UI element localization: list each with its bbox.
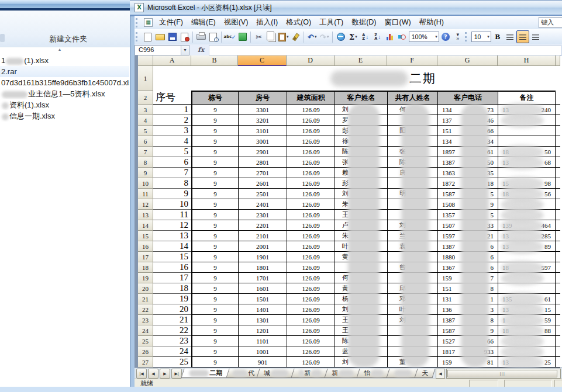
cell-G4[interactable]: 13746 — [437, 115, 498, 126]
cell-F27[interactable]: 董 — [387, 357, 437, 367]
permission-icon[interactable] — [179, 31, 191, 43]
cell-H14[interactable]: 139464 — [498, 220, 556, 231]
cell-A27[interactable]: 25 — [153, 357, 191, 367]
tab-nav-last[interactable]: ▶| — [171, 369, 182, 379]
cell-H26[interactable] — [498, 346, 556, 357]
cell-D7[interactable]: 126.09 — [287, 147, 335, 157]
type-question-help-box[interactable]: 键入 — [539, 17, 562, 28]
cell-E5[interactable]: 彭 — [335, 126, 387, 136]
file-item-3[interactable]: 07d3d161b315ffe9d6b3fb1c45007d.xlsx — [0, 77, 129, 88]
row-header-15[interactable]: 15 — [138, 231, 153, 241]
cell-H17[interactable] — [498, 252, 556, 262]
cell-F26[interactable] — [387, 346, 437, 357]
cell-G10[interactable]: 187218 — [437, 178, 498, 189]
cell-H22[interactable]: 1315 — [498, 304, 556, 315]
cell-A5[interactable]: 3 — [153, 126, 191, 136]
cell-F11[interactable]: 明 — [387, 189, 437, 199]
cell-C22[interactable]: 1401 — [238, 304, 287, 315]
cell-E18[interactable] — [335, 262, 387, 273]
cell-E9[interactable]: 赖 — [335, 168, 387, 178]
cell-D5[interactable]: 126.09 — [287, 126, 335, 136]
cell-B23[interactable]: 9 — [191, 315, 238, 325]
cell-E27[interactable]: 刘 — [335, 357, 387, 367]
cell-H25[interactable] — [498, 336, 556, 346]
cell-A17[interactable]: 15 — [153, 252, 191, 262]
cell-G7[interactable]: 189761 — [437, 147, 498, 157]
row-header-22[interactable]: 22 — [138, 304, 153, 315]
cell-H6[interactable] — [498, 136, 556, 147]
cell-B25[interactable]: 9 — [191, 336, 238, 346]
cell-A7[interactable]: 5 — [153, 147, 191, 157]
cell-G13[interactable]: 13575 — [437, 210, 498, 220]
paste-icon[interactable]: ▾ — [278, 31, 289, 43]
cell-E22[interactable]: 刘 — [335, 304, 387, 315]
cell-E12[interactable]: 朱 — [335, 199, 387, 210]
menu-1[interactable]: 文件(F) — [155, 16, 187, 29]
cell-E21[interactable]: 杨 — [335, 294, 387, 304]
sort-asc-icon[interactable]: AZ↓ — [360, 31, 371, 43]
cell-A3[interactable]: 1 — [153, 105, 191, 115]
cell-C19[interactable]: 1701 — [238, 273, 287, 283]
cell-E13[interactable]: 王 — [335, 210, 387, 220]
cell-D24[interactable]: 126.09 — [287, 325, 335, 336]
cell-F9[interactable]: 唐 — [387, 168, 437, 178]
undo-icon[interactable]: ↶▾ — [306, 31, 318, 43]
row-header-27[interactable]: 27 — [138, 357, 153, 367]
cell-D3[interactable]: 126.09 — [287, 105, 335, 115]
cell-G21[interactable]: 1311 — [437, 294, 498, 304]
cell-G12[interactable]: 15089 — [437, 199, 498, 210]
cell-C16[interactable]: 2001 — [238, 241, 287, 252]
tab-nav-next[interactable]: ▶ — [160, 369, 170, 379]
col-header-G[interactable]: G — [437, 55, 498, 66]
row-header-1[interactable]: 1 — [138, 66, 153, 91]
cell-C12[interactable]: 2401 — [238, 199, 287, 210]
cell-C21[interactable]: 1501 — [238, 294, 287, 304]
cell-B26[interactable]: 9 — [191, 346, 238, 357]
cell-H27[interactable]: 1325 — [498, 357, 556, 367]
row-header-4[interactable]: 4 — [138, 115, 153, 126]
cell-D13[interactable]: 126.09 — [287, 210, 335, 220]
cell-H18[interactable]: 18597 — [498, 262, 556, 273]
col-header-B[interactable]: B — [191, 55, 238, 66]
cell-C4[interactable]: 3201 — [238, 115, 287, 126]
cell-F17[interactable] — [387, 252, 437, 262]
cell-A11[interactable]: 9 — [153, 189, 191, 199]
cell-G20[interactable]: 1518 — [437, 283, 498, 294]
cell-B4[interactable]: 9 — [191, 115, 238, 126]
cell-C6[interactable]: 3001 — [238, 136, 287, 147]
zoom-box[interactable]: 100%▾ — [409, 31, 439, 43]
cell-C26[interactable]: 1001 — [238, 346, 287, 357]
row-header-7[interactable]: 7 — [138, 147, 153, 157]
cell-A25[interactable]: 23 — [153, 336, 191, 346]
cell-B15[interactable]: 9 — [191, 231, 238, 241]
cell-B24[interactable]: 9 — [191, 325, 238, 336]
cell-D17[interactable]: 126.09 — [287, 252, 335, 262]
align-right-button[interactable] — [530, 31, 542, 43]
cell-G16[interactable]: 13876 — [437, 241, 498, 252]
cell-G5[interactable]: 15166 — [437, 126, 498, 136]
cell-F13[interactable] — [387, 210, 437, 220]
sheet-tab-3[interactable]: 城 — [256, 369, 296, 378]
row-header-9[interactable]: 9 — [138, 168, 153, 178]
cell-A16[interactable]: 14 — [153, 241, 191, 252]
cell-B13[interactable]: 9 — [191, 210, 238, 220]
file-item-5[interactable]: 资料(1).xlsx — [0, 99, 129, 110]
cell-D18[interactable]: 126.09 — [287, 262, 335, 273]
cell-G25[interactable]: 152766 — [437, 336, 498, 346]
cell-E6[interactable]: 徐 — [335, 136, 387, 147]
cell-D19[interactable]: 126.09 — [287, 273, 335, 283]
row-header-19[interactable]: 19 — [138, 273, 153, 283]
zoom-box-value[interactable]: 100% — [412, 33, 435, 40]
cell-header-栋号[interactable]: 栋号 — [191, 91, 238, 105]
row-header-16[interactable]: 16 — [138, 241, 153, 252]
cell-F24[interactable] — [387, 325, 437, 336]
cell-E11[interactable]: 刘 — [335, 189, 387, 199]
cell-B18[interactable]: 9 — [191, 262, 238, 273]
row-header-13[interactable]: 13 — [138, 210, 153, 220]
cell-G24[interactable]: 15879 — [437, 325, 498, 336]
cell-A24[interactable]: 22 — [153, 325, 191, 336]
chart-wizard-icon[interactable] — [384, 31, 396, 43]
menu-2[interactable]: 编辑(E) — [187, 16, 220, 29]
cell-H19[interactable] — [498, 273, 556, 283]
cell-C11[interactable]: 2501 — [238, 189, 287, 199]
